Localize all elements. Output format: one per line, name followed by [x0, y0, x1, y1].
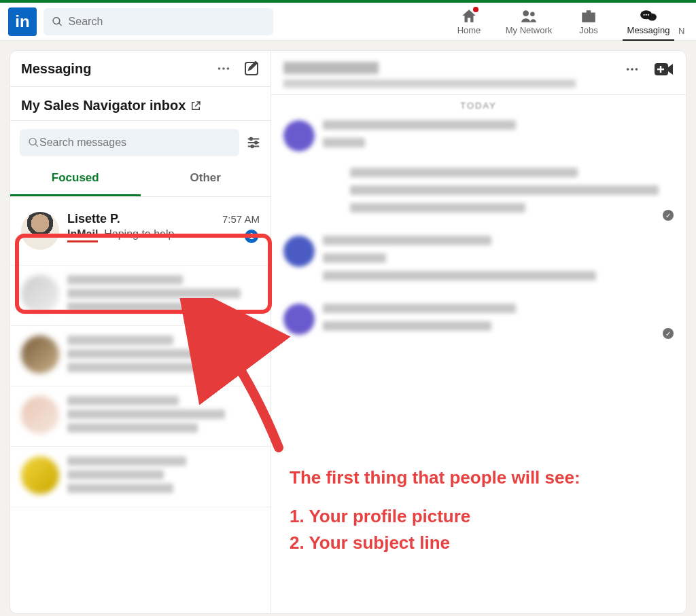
svg-point-14	[627, 68, 629, 71]
svg-point-7	[218, 67, 221, 70]
briefcase-icon	[580, 7, 597, 25]
ellipsis-icon	[625, 62, 640, 77]
filter-button[interactable]	[246, 135, 261, 150]
top-nav: in Home My Network Jobs Messaging N	[0, 3, 696, 41]
svg-point-4	[643, 14, 644, 16]
nav-home[interactable]: Home	[439, 3, 499, 41]
more-options-button[interactable]	[216, 61, 231, 76]
compose-button[interactable]	[243, 60, 260, 77]
messaging-icon	[640, 7, 657, 25]
nav-label: Messaging	[627, 25, 670, 35]
svg-point-9	[227, 67, 230, 70]
svg-point-16	[636, 68, 638, 71]
ellipsis-icon	[216, 61, 231, 76]
main-area: Messaging My Sales Navigator inbox	[0, 41, 696, 616]
nav-jobs[interactable]: Jobs	[559, 3, 619, 41]
messaging-sidebar: Messaging My Sales Navigator inbox	[10, 50, 271, 614]
nav-items: Home My Network Jobs Messaging N	[439, 3, 688, 41]
svg-point-0	[523, 10, 529, 16]
notification-badge	[472, 5, 480, 14]
conversation-header	[271, 51, 686, 95]
unread-badge: 1	[245, 230, 258, 243]
global-search[interactable]	[44, 8, 273, 35]
sidebar-header: Messaging	[10, 51, 271, 87]
conversation-name	[283, 62, 379, 74]
nav-label: Home	[457, 25, 481, 35]
conversation-subtitle	[283, 79, 576, 88]
compose-icon	[243, 60, 260, 77]
message-search-input[interactable]	[39, 137, 231, 149]
avatar	[21, 336, 59, 374]
conversation-message	[283, 236, 674, 289]
svg-point-12	[255, 141, 258, 144]
people-icon	[520, 7, 538, 25]
message-item[interactable]: Lisette P. 7:57 AM InMail Hoping to help…	[10, 197, 271, 266]
read-receipt-icon: ✓	[663, 328, 674, 339]
svg-point-13	[251, 145, 254, 148]
svg-point-6	[648, 14, 649, 16]
message-item[interactable]	[10, 266, 271, 326]
search-icon	[28, 137, 39, 149]
avatar	[21, 275, 59, 313]
message-item[interactable]	[10, 326, 271, 386]
sender-name: Lisette P.	[67, 212, 120, 226]
video-plus-icon	[655, 62, 674, 77]
conversation-pane: TODAY ✓	[271, 50, 686, 614]
message-item[interactable]	[10, 447, 271, 507]
conversation-message: ✓	[283, 304, 674, 339]
linkedin-logo[interactable]: in	[8, 7, 37, 36]
read-receipt-icon: ✓	[663, 210, 674, 221]
inmail-badge: InMail	[67, 228, 98, 242]
nav-label: Jobs	[579, 25, 597, 35]
nav-cutoff: N	[678, 3, 688, 36]
conversation-more-button[interactable]	[625, 62, 640, 77]
svg-point-8	[222, 67, 225, 70]
message-time: 7:57 AM	[222, 213, 260, 225]
nav-label: My Network	[506, 25, 553, 35]
message-list: Lisette P. 7:57 AM InMail Hoping to help…	[10, 197, 271, 507]
sales-navigator-label: My Sales Navigator inbox	[21, 98, 186, 113]
message-preview: InMail Hoping to help	[67, 228, 260, 242]
svg-point-5	[646, 14, 647, 16]
message-subject: Hoping to help	[104, 228, 174, 240]
message-item[interactable]	[10, 386, 271, 447]
conversation-body: ✓ ✓	[271, 113, 686, 361]
avatar	[283, 304, 315, 335]
inbox-tabs: Focused Other	[10, 162, 271, 197]
tab-other[interactable]: Other	[141, 162, 271, 196]
avatar	[21, 456, 59, 494]
message-search[interactable]	[20, 129, 239, 156]
avatar	[283, 236, 315, 267]
avatar	[21, 212, 59, 250]
svg-point-11	[250, 138, 253, 141]
tab-focused[interactable]: Focused	[10, 162, 141, 196]
search-icon	[52, 16, 63, 28]
nav-messaging[interactable]: Messaging	[619, 3, 678, 41]
nav-network[interactable]: My Network	[499, 3, 559, 41]
svg-point-1	[530, 12, 535, 17]
filter-icon	[246, 135, 261, 150]
external-link-icon	[190, 100, 202, 112]
svg-point-15	[631, 68, 633, 71]
avatar	[283, 120, 315, 151]
sidebar-title: Messaging	[21, 61, 91, 77]
sales-navigator-link[interactable]: My Sales Navigator inbox	[10, 87, 271, 121]
avatar	[21, 396, 59, 434]
conversation-message: ✓	[283, 120, 674, 221]
date-separator: TODAY	[271, 95, 686, 113]
global-search-input[interactable]	[69, 16, 265, 28]
video-call-button[interactable]	[655, 62, 674, 77]
